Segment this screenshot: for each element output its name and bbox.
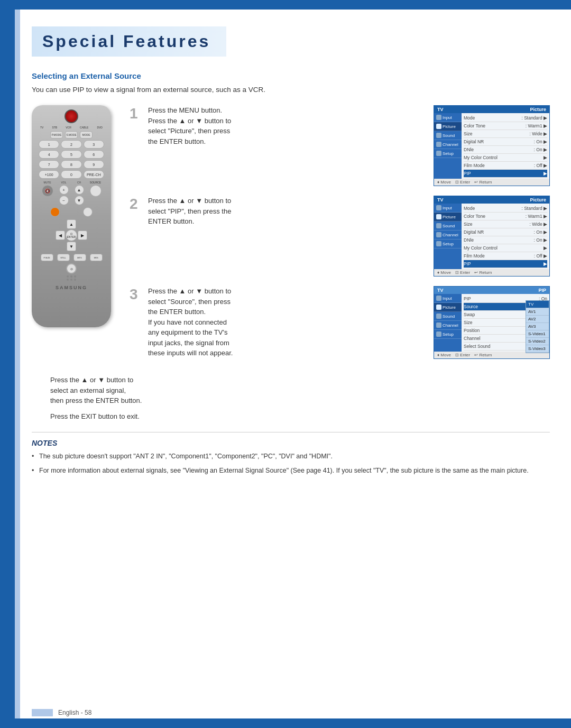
intro-text: You can use PIP to view a signal from an… — [32, 86, 550, 94]
source-dropdown: TV AV1 AV2 AV3 S-Video1 S-Video2 S-Video… — [526, 300, 549, 353]
footer-accent — [32, 709, 53, 716]
smode-btn: S.MODE — [65, 131, 78, 139]
step-2-screen: TV Picture Input Picture — [434, 196, 550, 277]
btn-3: 3 — [84, 140, 104, 149]
tv-header-3: TV PIP — [434, 287, 549, 294]
btn-9: 9 — [84, 160, 104, 169]
source-av3: AV3 — [526, 323, 549, 330]
row-digitalnr-1: Digital NR : On ▶ — [464, 138, 547, 146]
notes-section: NOTES The sub picture doesn't support "A… — [32, 432, 550, 476]
sidebar-sound-3: Sound — [434, 312, 462, 321]
source-av2: AV2 — [526, 316, 549, 323]
extra-text-1: Press the ▲ or ▼ button to select an ext… — [50, 375, 550, 406]
sidebar-picture-2: Picture — [434, 213, 462, 222]
mode-row: P.MODE S.MODE MODE — [36, 131, 107, 139]
page-title: Special Features — [42, 32, 210, 51]
btn-1: 1 — [39, 140, 59, 149]
sidebar-sound-2: Sound — [434, 222, 462, 231]
vol-up: + — [59, 185, 69, 195]
remote-body: TV STB VCR CABLE DVD P.MODE S.MODE MODE … — [32, 105, 111, 327]
info-btn — [83, 207, 93, 217]
sidebar-input-1: Input — [434, 113, 462, 122]
pmode-btn: P.MODE — [50, 131, 63, 139]
tv-screen-3: TV PIP Input Picture — [434, 286, 550, 359]
tv-screen-1: TV Picture Input Picture — [434, 105, 550, 186]
row-mycolor-2: My Color Control ▶ — [464, 244, 547, 252]
mute-btn: 🔇 — [42, 185, 53, 197]
btn-2: 2 — [61, 140, 81, 149]
function-btns — [39, 207, 104, 217]
tv-label: TV — [40, 126, 43, 129]
step-1-screen: TV Picture Input Picture — [434, 105, 550, 186]
samsung-label: SAMSUNG — [36, 285, 107, 290]
source-av1: AV1 — [526, 308, 549, 316]
note-item-2: For more information about external sign… — [32, 466, 550, 476]
btn-7: 7 — [39, 160, 59, 169]
remote-control: TV STB VCR CABLE DVD P.MODE S.MODE MODE … — [32, 105, 114, 327]
row-filmmode-2: Film Mode : Off ▶ — [464, 252, 547, 260]
row-mycolor-1: My Color Control ▶ — [464, 154, 547, 162]
source-svideo2: S-Video2 — [526, 338, 549, 345]
tv-screen-2: TV Picture Input Picture — [434, 196, 550, 277]
step-1-number: 1 — [130, 106, 140, 121]
row-dnle-1: DNle : On ▶ — [464, 146, 547, 154]
mode-btn: MODE — [80, 131, 93, 139]
row-size-1: Size : Wide ▶ — [464, 130, 547, 138]
step-2-row: 2 Press the ▲ or ▼ button to select "PIP… — [130, 196, 550, 277]
row-pip-1: PIP ▶ — [464, 170, 547, 178]
page-footer: English - 58 — [32, 709, 91, 716]
sidebar-input-3: Input — [434, 294, 462, 303]
tv-sidebar-3: Input Picture Sound Channel — [434, 294, 462, 352]
sidebar-sound-1: Sound — [434, 131, 462, 140]
left-bar-accent — [15, 0, 20, 728]
step-3-number: 3 — [130, 287, 140, 302]
tv-footer-1: ♦ Move ⊡ Enter ↩ Return — [434, 179, 549, 186]
main-content: Special Features Selecting an External S… — [32, 16, 550, 476]
remote-top — [36, 109, 107, 123]
tv-sidebar-1: Input Picture Sound Channel — [434, 113, 462, 179]
btn-plus100: +100 — [39, 170, 59, 179]
footer-text: English - 58 — [58, 709, 91, 716]
srs-circle-row: ⊙ — [36, 263, 107, 274]
ch-up: ▲ — [75, 185, 84, 195]
dvd-label: DVD — [97, 126, 103, 129]
notes-list: The sub picture doesn't support "ANT 2 I… — [32, 451, 550, 476]
row-filmmode-1: Film Mode : Off ▶ — [464, 162, 547, 170]
tv-body-1: Input Picture Sound Channel — [434, 113, 549, 179]
dots-row1 — [36, 275, 107, 278]
extra-text-2: Press the EXIT button to exit. — [50, 411, 550, 422]
row-mode-2: Mode : Standard ▶ — [464, 205, 547, 213]
tv-header-2: TV Picture — [434, 196, 549, 204]
left-bar — [0, 0, 15, 728]
tv-main-2: Mode : Standard ▶ Color Tone : Warm1 ▶ S… — [462, 204, 549, 269]
btn-4: 4 — [39, 150, 59, 159]
ch-down: ▼ — [75, 196, 84, 205]
source-tv: TV — [526, 301, 549, 308]
input-labels: TV STB VCR CABLE DVD — [36, 126, 107, 129]
dpad-right: ▶ — [78, 231, 87, 240]
btn-prev: PRE-CH — [84, 170, 104, 179]
main-area: TV STB VCR CABLE DVD P.MODE S.MODE MODE … — [32, 105, 550, 359]
tv-header-left-1: TV — [437, 107, 444, 112]
tv-footer-2: ♦ Move ⊡ Enter ↩ Return — [434, 269, 549, 276]
source-svideo1: S-Video1 — [526, 330, 549, 338]
mts-btn: MTS — [73, 254, 86, 261]
enter-btn: ⊡ENTER — [66, 229, 77, 241]
mute-row: MUTE 🔇 VOL + − CH — [39, 181, 104, 205]
vol-down: − — [59, 196, 69, 205]
row-mode-1: Mode : Standard ▶ — [464, 114, 547, 122]
tv-header-right-3: PIP — [538, 288, 546, 293]
sidebar-input-2: Input — [434, 204, 462, 213]
dpad-body: ▲ ▼ ◀ ▶ ⊡ENTER — [56, 219, 87, 251]
step-3-row: 3 Press the ▲ or ▼ button to select "Sou… — [130, 286, 550, 359]
notes-title: NOTES — [32, 439, 550, 447]
still-btn: STILL — [57, 254, 70, 261]
vcr-label: VCR — [66, 126, 71, 129]
sidebar-picture-1: Picture — [434, 122, 462, 131]
btn-8: 8 — [61, 160, 81, 169]
step-2-text: Press the ▲ or ▼ button to select "PIP",… — [148, 196, 426, 227]
tv-body-3: Input Picture Sound Channel — [434, 294, 549, 352]
power-button — [65, 109, 78, 123]
source-list: TV AV1 AV2 AV3 S-Video1 S-Video2 S-Video… — [526, 300, 549, 353]
tv-main-1: Mode : Standard ▶ Color Tone : Warm1 ▶ S… — [462, 113, 549, 179]
